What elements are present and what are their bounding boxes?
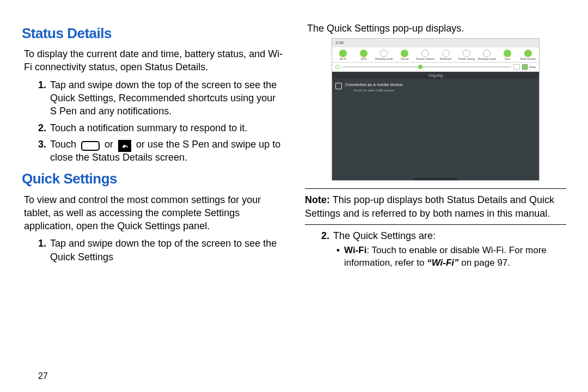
heading-status-details: Status Details bbox=[22, 24, 283, 43]
toggle-indicator-icon bbox=[360, 50, 367, 57]
quick-settings-steps-cont: The Quick Settings are: Wi-Fi: Touch to … bbox=[321, 229, 566, 270]
toggle-indicator-icon bbox=[421, 50, 429, 57]
toggle-label: Wi-Fi bbox=[340, 58, 346, 61]
home-button-icon bbox=[81, 141, 100, 151]
bullet-wifi-term: Wi-Fi bbox=[344, 245, 366, 255]
manual-page: Status Details To display the current da… bbox=[0, 0, 588, 392]
notification-item[interactable]: Connected as a media device Touch for ot… bbox=[332, 79, 539, 96]
heading-quick-settings: Quick Settings bbox=[22, 169, 283, 188]
quick-toggle[interactable]: Sound bbox=[395, 50, 414, 61]
toggle-label: Blocking mode bbox=[478, 58, 496, 61]
note-rule-top bbox=[305, 188, 566, 189]
bullet-wifi-ref: “Wi-Fi” bbox=[427, 258, 458, 268]
toggle-label: Screen rotation bbox=[416, 58, 434, 61]
notification-area: Connected as a media device Touch for ot… bbox=[332, 79, 539, 180]
status-bar: 3:50 bbox=[332, 39, 539, 47]
status-step-3: Touch or or use the S Pen and swipe up t… bbox=[38, 138, 283, 164]
svg-rect-0 bbox=[82, 142, 99, 150]
quick-toggle[interactable]: Bluetooth bbox=[436, 50, 456, 61]
toggle-indicator-icon bbox=[483, 50, 491, 57]
notification-title: Connected as a media device bbox=[345, 82, 402, 88]
toggle-label: Sync bbox=[505, 58, 511, 61]
quick-step-2-lead: The Quick Settings are: bbox=[333, 230, 436, 241]
status-bar-time: 3:50 bbox=[335, 40, 344, 46]
quick-toggle[interactable]: Reading mode bbox=[375, 50, 394, 61]
notification-category: Ongoing bbox=[332, 72, 539, 79]
back-button-icon bbox=[118, 140, 131, 152]
right-column: The Quick Settings pop-up displays. 3:50… bbox=[294, 22, 566, 387]
status-details-steps: Tap and swipe down the top of the screen… bbox=[38, 78, 283, 164]
screenshot-caption: The Quick Settings pop-up displays. bbox=[307, 22, 566, 35]
toggle-indicator-icon bbox=[401, 50, 408, 57]
quick-step-1: Tap and swipe down the top of the screen… bbox=[38, 237, 283, 264]
status-details-intro: To display the current date and time, ba… bbox=[24, 47, 283, 74]
step3-text-mid: or bbox=[105, 139, 116, 150]
quick-settings-intro: To view and control the most common sett… bbox=[24, 193, 283, 233]
note-text: This pop-up displays both Status Details… bbox=[305, 194, 554, 218]
bullet-wifi-tail: on page 97. bbox=[459, 258, 511, 268]
status-step-1: Tap and swipe down the top of the screen… bbox=[38, 78, 283, 118]
quick-toggle[interactable]: Wi-Fi bbox=[333, 50, 353, 61]
note-label: Note: bbox=[305, 194, 330, 205]
quick-toggles-row: Wi-FiGPSReading modeSoundScreen rotation… bbox=[332, 47, 539, 63]
page-number: 27 bbox=[38, 370, 48, 382]
toggle-label: Reading mode bbox=[375, 58, 393, 61]
brightness-icon bbox=[335, 65, 340, 69]
quick-toggle[interactable]: Sync bbox=[498, 50, 517, 61]
quick-toggle[interactable]: Power saving bbox=[457, 50, 476, 61]
left-column: Status Details To display the current da… bbox=[22, 22, 294, 387]
note-paragraph: Note: This pop-up displays both Status D… bbox=[305, 193, 566, 220]
usb-icon bbox=[335, 83, 342, 89]
brightness-slider[interactable] bbox=[342, 66, 511, 68]
status-step-2: Touch a notification summary to respond … bbox=[38, 121, 283, 134]
brightness-max-icon bbox=[513, 64, 520, 70]
toggle-label: Bluetooth bbox=[440, 58, 451, 61]
toggle-indicator-icon bbox=[463, 50, 470, 57]
quick-toggle[interactable]: GPS bbox=[354, 50, 373, 61]
toggle-indicator-icon bbox=[380, 50, 388, 57]
note-rule-bottom bbox=[305, 224, 566, 225]
quick-settings-steps: Tap and swipe down the top of the screen… bbox=[38, 237, 283, 264]
toggle-indicator-icon bbox=[524, 50, 532, 57]
auto-brightness-label: Auto bbox=[529, 65, 536, 69]
quick-settings-screenshot: 3:50 Wi-FiGPSReading modeSoundScreen rot… bbox=[332, 38, 540, 181]
quick-step-2: The Quick Settings are: Wi-Fi: Touch to … bbox=[321, 229, 566, 270]
toggle-label: GPS bbox=[360, 58, 366, 61]
toggle-indicator-icon bbox=[504, 50, 511, 57]
toggle-label: Multi window bbox=[520, 58, 536, 61]
toggle-label: Sound bbox=[401, 58, 408, 61]
auto-brightness[interactable]: Auto bbox=[522, 64, 536, 70]
step3-text-pre: Touch bbox=[50, 139, 79, 150]
toggle-indicator-icon bbox=[442, 50, 450, 57]
brightness-row: Auto bbox=[332, 63, 539, 72]
toggle-indicator-icon bbox=[339, 50, 347, 57]
quick-toggle[interactable]: Blocking mode bbox=[477, 50, 497, 61]
toggle-label: Power saving bbox=[458, 58, 475, 61]
notification-subtitle: Touch for other USB options bbox=[345, 88, 402, 93]
auto-brightness-checkbox-icon bbox=[522, 64, 528, 70]
screenshot-wrapper: 3:50 Wi-FiGPSReading modeSoundScreen rot… bbox=[305, 38, 566, 181]
quick-toggle[interactable]: Multi window bbox=[518, 50, 538, 61]
quick-settings-bullets: Wi-Fi: Touch to enable or disable Wi-Fi.… bbox=[335, 244, 566, 270]
bullet-wifi: Wi-Fi: Touch to enable or disable Wi-Fi.… bbox=[335, 244, 566, 270]
quick-toggle[interactable]: Screen rotation bbox=[415, 50, 435, 61]
